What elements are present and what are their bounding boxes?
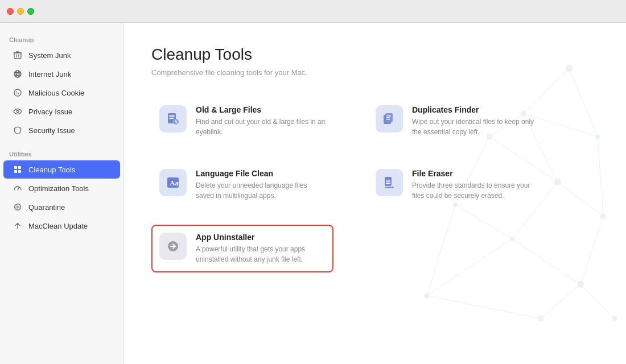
svg-point-17 xyxy=(600,213,606,219)
svg-point-21 xyxy=(612,316,617,321)
sidebar-item-macclean-update[interactable]: MacClean Update xyxy=(3,217,120,235)
svg-point-5 xyxy=(18,93,19,94)
svg-rect-56 xyxy=(386,181,390,183)
language-file-clean-icon: Aa xyxy=(159,169,187,196)
traffic-lights xyxy=(7,8,34,15)
sidebar-item-label: System Junk xyxy=(28,51,71,60)
sidebar-item-quarantine[interactable]: Quarantine xyxy=(3,198,120,216)
trash-icon xyxy=(13,50,23,60)
arrow-up-icon xyxy=(13,221,23,231)
tool-desc: Wipe out your identical files to keep on… xyxy=(412,117,542,137)
close-button[interactable] xyxy=(7,8,14,15)
svg-point-19 xyxy=(577,281,584,288)
language-file-clean-info: Language File Clean Delete your unneeded… xyxy=(196,169,326,201)
minimize-button[interactable] xyxy=(17,8,24,15)
tool-card-file-eraser[interactable]: File Eraser Provide three standards to e… xyxy=(368,161,550,209)
svg-line-35 xyxy=(580,284,615,318)
file-eraser-info: File Eraser Provide three standards to e… xyxy=(412,169,542,201)
tool-card-old-large-files[interactable]: Old & Large Files Find and cut out your … xyxy=(151,97,333,145)
shield-icon xyxy=(13,125,23,135)
svg-rect-44 xyxy=(169,115,175,117)
titlebar xyxy=(0,0,626,23)
tool-name: Language File Clean xyxy=(196,169,326,178)
tool-card-app-uninstaller[interactable]: App Uninstaller A powerful utility that … xyxy=(151,225,333,272)
file-eraser-icon xyxy=(376,169,403,196)
quarantine-icon xyxy=(13,202,23,212)
svg-rect-0 xyxy=(14,53,21,59)
svg-line-42 xyxy=(427,296,541,318)
svg-line-29 xyxy=(598,136,603,216)
svg-rect-45 xyxy=(169,118,174,119)
globe-icon xyxy=(13,69,23,79)
tool-name: Old & Large Files xyxy=(196,105,326,114)
tool-desc: Delete your unneeded language files save… xyxy=(196,180,326,201)
svg-rect-57 xyxy=(386,183,390,184)
sidebar-item-label: Cleanup Tools xyxy=(28,166,75,174)
svg-point-24 xyxy=(424,293,430,299)
svg-line-30 xyxy=(558,182,603,216)
tool-name: Duplicates Finder xyxy=(412,105,542,114)
sidebar-item-label: Internet Junk xyxy=(28,70,71,78)
sidebar-item-label: Privacy Issue xyxy=(28,107,72,116)
eye-icon xyxy=(13,106,23,117)
svg-point-20 xyxy=(538,316,543,321)
duplicates-finder-info: Duplicates Finder Wipe out your identica… xyxy=(412,105,542,137)
sidebar-item-label: Malicious Cookie xyxy=(28,89,84,97)
tool-card-language-file-clean[interactable]: Aa Language File Clean Delete your unnee… xyxy=(151,161,333,209)
svg-point-4 xyxy=(16,92,17,93)
svg-rect-51 xyxy=(386,119,390,120)
page-title: Cleanup Tools xyxy=(151,46,599,64)
tool-card-duplicates-finder[interactable]: Duplicates Finder Wipe out your identica… xyxy=(368,97,550,145)
sidebar-item-privacy-issue[interactable]: Privacy Issue xyxy=(3,102,120,121)
svg-rect-49 xyxy=(386,115,391,117)
fullscreen-button[interactable] xyxy=(27,8,34,15)
sidebar-item-label: Optimization Tools xyxy=(28,184,89,193)
svg-point-15 xyxy=(595,134,600,139)
sidebar-item-optimization-tools[interactable]: Optimization Tools xyxy=(3,179,120,197)
app-uninstaller-icon xyxy=(159,233,187,260)
sidebar-item-system-junk[interactable]: System Junk xyxy=(3,46,120,64)
svg-line-34 xyxy=(541,284,580,318)
sidebar-item-label: Quarantine xyxy=(28,203,65,212)
svg-rect-8 xyxy=(14,166,17,169)
cookie-icon xyxy=(13,88,23,98)
tool-desc: Provide three standards to ensure your f… xyxy=(412,180,542,201)
sidebar: Cleanup System Junk xyxy=(0,23,124,364)
app-container: Cleanup System Junk xyxy=(0,0,626,364)
tool-name: File Eraser xyxy=(412,169,542,178)
svg-rect-50 xyxy=(386,117,390,118)
svg-rect-55 xyxy=(386,180,390,181)
tools-grid: Old & Large Files Find and cut out your … xyxy=(151,97,550,272)
svg-point-6 xyxy=(17,93,18,94)
svg-line-26 xyxy=(569,68,598,136)
svg-point-7 xyxy=(17,110,19,113)
sidebar-item-label: Security Issue xyxy=(28,126,75,135)
svg-line-32 xyxy=(580,216,603,284)
svg-text:Aa: Aa xyxy=(170,179,179,187)
tool-desc: Find and cut out your old & large files … xyxy=(196,117,326,137)
old-large-files-icon xyxy=(159,105,187,133)
sidebar-item-malicious-cookie[interactable]: Malicious Cookie xyxy=(3,84,120,102)
main-content: Cleanup Tools Comprehensive file cleanin… xyxy=(124,23,626,364)
tool-desc: A powerful utility that gets your apps u… xyxy=(196,244,326,264)
page-subtitle: Comprehensive file cleaning tools for yo… xyxy=(151,68,599,77)
sidebar-item-label: MacClean Update xyxy=(28,222,88,230)
svg-rect-9 xyxy=(18,166,21,169)
sidebar-section-cleanup: Cleanup xyxy=(0,32,123,46)
svg-point-16 xyxy=(554,179,561,185)
gauge-icon xyxy=(13,183,23,193)
app-uninstaller-info: App Uninstaller A powerful utility that … xyxy=(196,233,326,264)
grid-icon xyxy=(13,164,23,175)
sidebar-item-security-issue[interactable]: Security Issue xyxy=(3,121,120,139)
tool-name: App Uninstaller xyxy=(196,233,326,242)
svg-rect-10 xyxy=(14,170,17,173)
sidebar-item-cleanup-tools[interactable]: Cleanup Tools xyxy=(3,160,120,179)
sidebar-section-utilities: Utilities xyxy=(0,146,123,160)
sidebar-item-internet-junk[interactable]: Internet Junk xyxy=(3,65,120,83)
duplicates-finder-icon xyxy=(376,105,403,133)
svg-rect-11 xyxy=(18,170,21,173)
svg-point-3 xyxy=(14,89,21,96)
old-large-files-info: Old & Large Files Find and cut out your … xyxy=(196,105,326,137)
